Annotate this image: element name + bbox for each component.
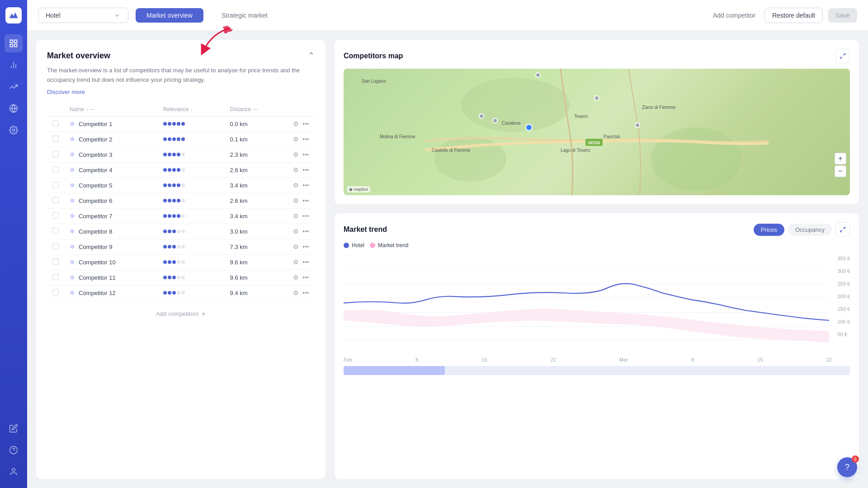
row-relevance-cell bbox=[158, 270, 225, 285]
row-name-cell: ❄ Competitor 7 bbox=[64, 208, 158, 224]
more-icon[interactable]: ••• bbox=[302, 274, 309, 281]
chart-svg bbox=[344, 256, 850, 355]
col-distance[interactable]: Distance — bbox=[225, 103, 288, 117]
zoom-out-button[interactable]: − bbox=[835, 165, 846, 177]
row-checkbox[interactable] bbox=[52, 289, 59, 296]
tab-strategic-market[interactable]: Strategic market bbox=[211, 8, 278, 23]
row-checkbox[interactable] bbox=[52, 274, 59, 280]
legend-hotel[interactable]: Hotel bbox=[344, 242, 364, 249]
row-actions-cell: ⚙ ••• bbox=[288, 285, 315, 300]
filter-icon[interactable]: ⚙ bbox=[293, 212, 299, 220]
table-row: ❄ Competitor 6 2.6 km ⚙ ••• bbox=[47, 193, 315, 208]
collapse-button[interactable]: ⌃ bbox=[308, 51, 315, 61]
row-checkbox[interactable] bbox=[52, 136, 59, 142]
filter-icon[interactable]: ⚙ bbox=[293, 136, 299, 143]
sidebar-item-user[interactable] bbox=[5, 463, 23, 481]
scrubber-handle[interactable] bbox=[344, 366, 445, 375]
filter-icon[interactable]: ⚙ bbox=[293, 166, 299, 174]
more-icon[interactable]: ••• bbox=[302, 258, 309, 266]
discover-more-link[interactable]: Discover more bbox=[47, 89, 315, 95]
more-icon[interactable]: ••• bbox=[302, 212, 309, 220]
filter-icon[interactable]: ⚙ bbox=[293, 120, 299, 127]
hotel-select-value: Hotel bbox=[46, 12, 110, 19]
relevance-sort-icon[interactable]: ↓ bbox=[191, 107, 193, 112]
row-checkbox-cell bbox=[47, 116, 64, 131]
row-checkbox-cell bbox=[47, 208, 64, 224]
sidebar-item-market[interactable] bbox=[5, 99, 23, 117]
row-distance-cell: 2.6 km bbox=[225, 193, 288, 208]
distance-sort-icon[interactable]: — bbox=[253, 107, 257, 112]
add-competitors-button[interactable]: Add competitors + bbox=[47, 305, 315, 324]
hotel-selector[interactable]: Hotel bbox=[38, 8, 128, 23]
sidebar-item-analytics[interactable] bbox=[5, 56, 23, 74]
filter-icon[interactable]: ⚙ bbox=[293, 197, 299, 204]
competitor-icon: ❄ bbox=[70, 243, 75, 250]
row-checkbox[interactable] bbox=[52, 197, 59, 203]
restore-default-button[interactable]: Restore default bbox=[764, 8, 823, 23]
sidebar-item-help[interactable] bbox=[5, 441, 23, 459]
sidebar-item-settings[interactable] bbox=[5, 121, 23, 139]
filter-icon[interactable]: ⚙ bbox=[293, 289, 299, 296]
y-axis-labels: 350 € 300 € 250 € 200 € 150 € 100 € 50 € bbox=[837, 256, 850, 337]
row-checkbox-cell bbox=[47, 285, 64, 300]
topbar: Hotel Market overview Strategic market A… bbox=[27, 0, 868, 31]
col-name[interactable]: Name ↓ — bbox=[64, 103, 158, 117]
row-distance-cell: 0.0 km bbox=[225, 116, 288, 131]
col-relevance[interactable]: Relevance ↓ bbox=[158, 103, 225, 117]
filter-icon[interactable]: ⚙ bbox=[293, 243, 299, 250]
row-name-cell: ❄ Competitor 6 bbox=[64, 193, 158, 208]
filter-icon[interactable]: ⚙ bbox=[293, 274, 299, 281]
zoom-in-button[interactable]: + bbox=[835, 153, 846, 164]
support-button[interactable]: ? 6 bbox=[837, 457, 857, 477]
prices-tab[interactable]: Prices bbox=[754, 224, 784, 236]
trend-expand-button[interactable] bbox=[835, 222, 850, 237]
more-icon[interactable]: ••• bbox=[302, 289, 309, 296]
save-button[interactable]: Save bbox=[828, 8, 857, 23]
more-icon[interactable]: ••• bbox=[302, 151, 309, 158]
sidebar-item-edit[interactable] bbox=[5, 419, 23, 437]
competitor-icon: ❄ bbox=[70, 228, 75, 235]
sidebar-item-dashboard[interactable] bbox=[5, 34, 23, 52]
row-checkbox[interactable] bbox=[52, 258, 59, 265]
filter-icon[interactable]: ⚙ bbox=[293, 182, 299, 189]
more-icon[interactable]: ••• bbox=[302, 120, 309, 127]
table-row: ❄ Competitor 11 9.6 km ⚙ ••• bbox=[47, 270, 315, 285]
row-checkbox[interactable] bbox=[52, 228, 59, 234]
add-competitor-button[interactable]: Add competitor bbox=[709, 8, 759, 23]
row-checkbox[interactable] bbox=[52, 120, 59, 127]
competitor-icon: ❄ bbox=[70, 258, 75, 266]
more-icon[interactable]: ••• bbox=[302, 197, 309, 204]
row-checkbox-cell bbox=[47, 254, 64, 270]
occupancy-tab[interactable]: Occupancy bbox=[788, 224, 832, 236]
map-label-san-lugano: San Lugano bbox=[362, 79, 386, 84]
competitor-icon: ❄ bbox=[70, 289, 75, 296]
filter-icon[interactable]: ⚙ bbox=[293, 258, 299, 266]
topbar-actions: Add competitor Restore default Save bbox=[709, 8, 857, 23]
more-icon[interactable]: ••• bbox=[302, 136, 309, 143]
map-section: Competitors map bbox=[335, 40, 859, 204]
tab-market-overview[interactable]: Market overview bbox=[136, 8, 203, 23]
more-icon[interactable]: ••• bbox=[302, 228, 309, 235]
name-sort-icon[interactable]: ↓ — bbox=[86, 107, 94, 112]
chart-legend: Hotel Market trend bbox=[344, 242, 850, 249]
table-row: ❄ Competitor 4 2.6 km ⚙ ••• bbox=[47, 162, 315, 178]
map-expand-button[interactable] bbox=[835, 49, 850, 63]
trend-title: Market trend bbox=[344, 225, 387, 234]
legend-market-trend[interactable]: Market trend bbox=[370, 242, 408, 249]
more-icon[interactable]: ••• bbox=[302, 166, 309, 174]
map-label-castello: Castello di Fiemme bbox=[432, 148, 471, 153]
row-distance-cell: 0.1 km bbox=[225, 131, 288, 147]
sidebar-item-trends[interactable] bbox=[5, 78, 23, 96]
map-header: Competitors map bbox=[344, 49, 850, 63]
map-title: Competitors map bbox=[344, 52, 403, 60]
more-icon[interactable]: ••• bbox=[302, 182, 309, 189]
filter-icon[interactable]: ⚙ bbox=[293, 228, 299, 235]
row-checkbox[interactable] bbox=[52, 151, 59, 157]
chart-scrubber[interactable] bbox=[344, 366, 850, 375]
filter-icon[interactable]: ⚙ bbox=[293, 151, 299, 158]
row-checkbox[interactable] bbox=[52, 243, 59, 249]
more-icon[interactable]: ••• bbox=[302, 243, 309, 250]
row-checkbox[interactable] bbox=[52, 182, 59, 188]
row-checkbox[interactable] bbox=[52, 166, 59, 173]
row-checkbox[interactable] bbox=[52, 212, 59, 219]
